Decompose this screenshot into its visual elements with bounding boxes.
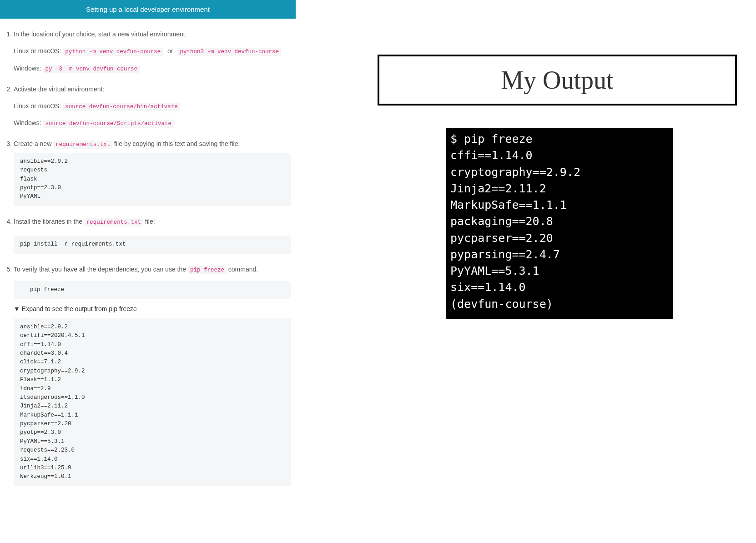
step-2-linux-line: Linux or macOS: source devfun-course/bin… <box>14 101 291 111</box>
step-5-expand-output: ansible==2.9.2 certifi==2020.4.5.1 cffi=… <box>14 318 291 486</box>
step-1-or: or <box>167 47 173 55</box>
step-4-text-b: file: <box>143 218 155 225</box>
step-5-text-a: To verify that you have all the dependen… <box>14 266 188 273</box>
step-2-windows-line: Windows: source devfun-course/Scripts/ac… <box>14 118 291 128</box>
step-5: To verify that you have all the dependen… <box>14 265 291 486</box>
expand-label: Expand to see the output from pip freeze <box>22 305 137 312</box>
step-2-linux-cmd: source devfun-course/bin/activate <box>63 103 180 111</box>
step-1-linux-cmd2: python3 -m venv devfun-course <box>177 48 281 56</box>
step-2: Activate the virtual environment: Linux … <box>14 85 291 129</box>
step-1-linux-line: Linux or macOS: python -m venv devfun-co… <box>14 46 291 56</box>
step-2-windows-label: Windows: <box>14 119 41 126</box>
step-2-windows-cmd: source devfun-course/Scripts/activate <box>43 120 174 128</box>
expand-toggle[interactable]: ▼Expand to see the output from pip freez… <box>14 304 291 314</box>
page-title-bar: Setting up a local developer environment <box>0 0 296 19</box>
step-3-text-a: Create a new <box>14 140 53 147</box>
output-pane: My Output $ pip freeze cffi==1.14.0 cryp… <box>373 55 751 319</box>
step-5-cmd: pip freeze <box>188 266 227 274</box>
step-1-linux-cmd1: python -m venv devfun-course <box>63 48 163 56</box>
step-2-sub: Linux or macOS: source devfun-course/bin… <box>14 101 291 129</box>
step-1-text: In the location of your choice, start a … <box>14 30 187 38</box>
step-2-text: Activate the virtual environment: <box>14 85 104 93</box>
step-1-windows-line: Windows: py -3 -m venv devfun-course <box>14 64 291 74</box>
step-5-text-b: command. <box>227 266 258 273</box>
output-title: My Output <box>388 65 726 95</box>
step-1: In the location of your choice, start a … <box>14 30 291 74</box>
step-3-code: ansible==2.9.2 requests flask pyotp==2.3… <box>14 153 291 206</box>
content-area: In the location of your choice, start a … <box>0 30 296 486</box>
step-4-code: pip install -r requirements.txt <box>14 236 291 253</box>
step-3: Create a new requirements.txt file by co… <box>14 139 291 206</box>
step-3-file: requirements.txt <box>53 141 112 149</box>
instructions-pane: Setting up a local developer environment… <box>0 0 296 497</box>
step-1-linux-label: Linux or macOS: <box>14 47 61 55</box>
step-1-sub: Linux or macOS: python -m venv devfun-co… <box>14 46 291 74</box>
page-title: Setting up a local developer environment <box>86 5 210 13</box>
output-title-box: My Output <box>378 55 737 106</box>
terminal-output: $ pip freeze cffi==1.14.0 cryptography==… <box>446 128 673 319</box>
step-4: Install the libraries in the requirement… <box>14 217 291 254</box>
step-5-code: pip freeze <box>14 281 291 299</box>
step-1-windows-cmd: py -3 -m venv devfun-course <box>43 65 140 73</box>
step-1-windows-label: Windows: <box>14 65 41 72</box>
step-4-file: requirements.txt <box>84 218 143 226</box>
step-3-text-b: file by copying in this text and saving … <box>112 140 240 147</box>
steps-list: In the location of your choice, start a … <box>5 30 291 486</box>
step-2-linux-label: Linux or macOS: <box>14 102 61 110</box>
triangle-down-icon: ▼ <box>14 304 20 314</box>
step-4-text-a: Install the libraries in the <box>14 218 84 225</box>
